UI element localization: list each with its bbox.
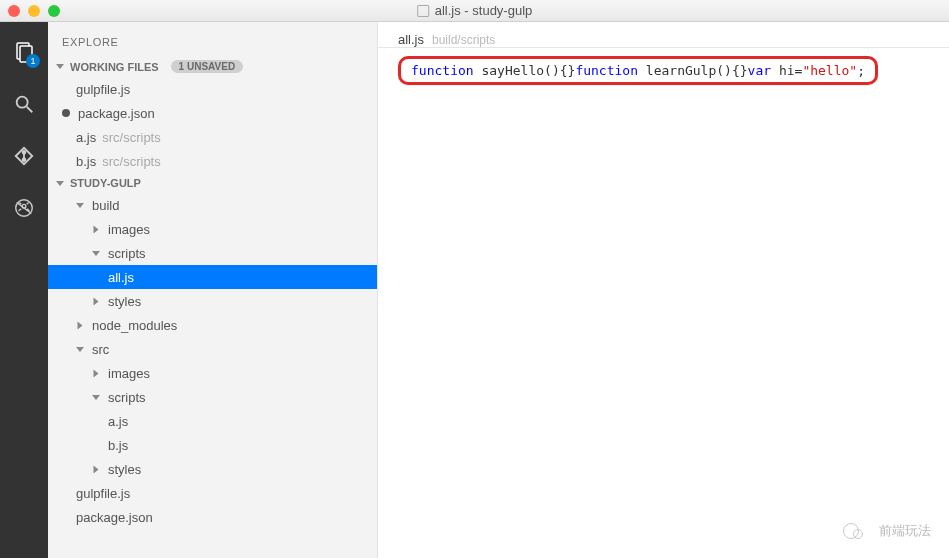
chevron-down-icon [76, 347, 84, 352]
keyword: var [748, 63, 771, 78]
chevron-right-icon [94, 297, 99, 305]
folder-build-scripts[interactable]: scripts [48, 241, 377, 265]
chevron-down-icon [92, 395, 100, 400]
working-files-label: WORKING FILES [70, 61, 159, 73]
dirty-dot-icon [62, 109, 70, 117]
chevron-right-icon [94, 225, 99, 233]
search-icon[interactable] [10, 90, 38, 118]
tab-name[interactable]: all.js [398, 32, 424, 47]
folder-src-scripts[interactable]: scripts [48, 385, 377, 409]
sidebar-title: EXPLORE [48, 22, 377, 56]
zoom-window-icon[interactable] [48, 5, 60, 17]
working-file[interactable]: package.json [48, 101, 377, 125]
keyword: function [575, 63, 638, 78]
tab-path: build/scripts [432, 33, 495, 47]
folder-src-styles[interactable]: styles [48, 457, 377, 481]
git-icon[interactable] [10, 142, 38, 170]
activity-bar: 1 [0, 22, 48, 558]
explorer-badge: 1 [26, 54, 40, 68]
chevron-down-icon [76, 203, 84, 208]
file-all-js[interactable]: all.js [48, 265, 377, 289]
svg-line-3 [27, 107, 33, 113]
file-a-js[interactable]: a.js [48, 409, 377, 433]
chevron-down-icon [56, 64, 64, 69]
window-titlebar: all.js - study-gulp [0, 0, 949, 22]
minimize-window-icon[interactable] [28, 5, 40, 17]
folder-build-images[interactable]: images [48, 217, 377, 241]
file-name: package.json [78, 106, 155, 121]
chevron-down-icon [56, 181, 64, 186]
window-title: all.js - study-gulp [417, 3, 533, 18]
watermark: 前端玩法 [843, 522, 931, 540]
file-b-js[interactable]: b.js [48, 433, 377, 457]
code-editor[interactable]: function sayHello(){}function learnGulp(… [378, 48, 949, 93]
chevron-down-icon [92, 251, 100, 256]
folder-src-images[interactable]: images [48, 361, 377, 385]
keyword: function [411, 63, 474, 78]
working-file[interactable]: b.js src/scripts [48, 149, 377, 173]
file-name: b.js [76, 154, 96, 169]
file-package-json[interactable]: package.json [48, 505, 377, 529]
explorer-sidebar: EXPLORE WORKING FILES 1 UNSAVED gulpfile… [48, 22, 378, 558]
svg-line-10 [27, 203, 29, 205]
project-header[interactable]: STUDY-GULP [48, 173, 377, 193]
svg-point-8 [22, 204, 26, 208]
window-title-text: all.js - study-gulp [435, 3, 533, 18]
debug-icon[interactable] [10, 194, 38, 222]
close-window-icon[interactable] [8, 5, 20, 17]
chevron-right-icon [94, 465, 99, 473]
string: "hello" [802, 63, 857, 78]
folder-src[interactable]: src [48, 337, 377, 361]
unsaved-badge: 1 UNSAVED [171, 60, 244, 73]
file-name: gulpfile.js [76, 82, 130, 97]
editor-tabs: all.js build/scripts [378, 22, 949, 48]
main: 1 EXPLORE WORKING FILES 1 UNSAVED gulpfi… [0, 22, 949, 558]
file-name: a.js [76, 130, 96, 145]
wechat-icon [843, 523, 869, 539]
svg-line-11 [19, 209, 22, 211]
traffic-lights [8, 5, 60, 17]
file-gulpfile[interactable]: gulpfile.js [48, 481, 377, 505]
working-file[interactable]: a.js src/scripts [48, 125, 377, 149]
watermark-text: 前端玩法 [879, 522, 931, 540]
working-file[interactable]: gulpfile.js [48, 77, 377, 101]
working-files-header[interactable]: WORKING FILES 1 UNSAVED [48, 56, 377, 77]
project-name: STUDY-GULP [70, 177, 141, 189]
chevron-right-icon [94, 369, 99, 377]
file-icon [417, 5, 429, 17]
folder-node-modules[interactable]: node_modules [48, 313, 377, 337]
explorer-icon[interactable]: 1 [10, 38, 38, 66]
code-highlight: function sayHello(){}function learnGulp(… [398, 56, 878, 85]
file-path: src/scripts [102, 130, 161, 145]
chevron-right-icon [78, 321, 83, 329]
folder-build-styles[interactable]: styles [48, 289, 377, 313]
svg-point-2 [17, 97, 28, 108]
editor-area: all.js build/scripts function sayHello()… [378, 22, 949, 558]
file-path: src/scripts [102, 154, 161, 169]
folder-build[interactable]: build [48, 193, 377, 217]
